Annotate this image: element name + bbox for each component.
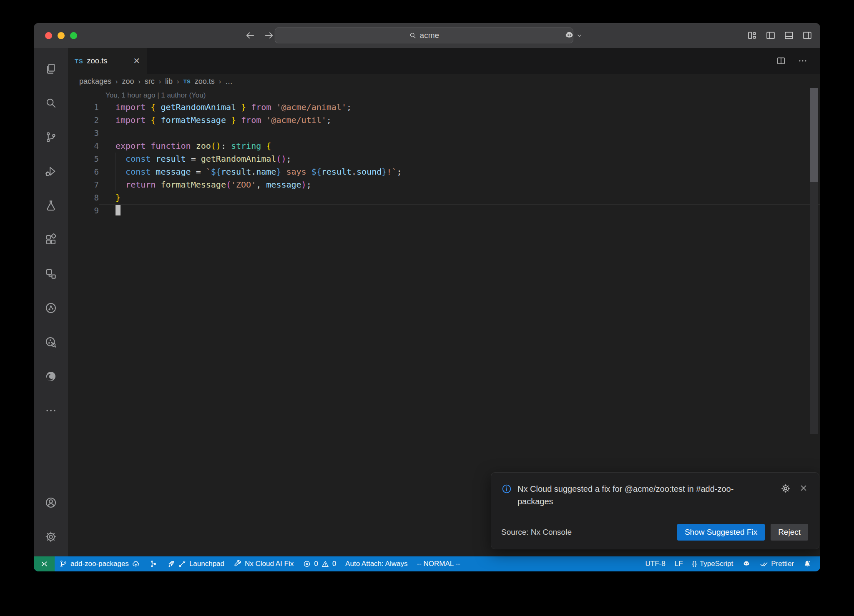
typescript-file-icon: TS	[75, 58, 83, 65]
notification-source: Source: Nx Console	[501, 528, 572, 537]
status-bar-item-problems[interactable]: 00	[298, 556, 341, 571]
code-line-4[interactable]: 4export function zoo(): string {	[68, 140, 820, 153]
code-line-8[interactable]: 8}	[68, 191, 820, 204]
scrollbar-thumb[interactable]	[810, 88, 818, 182]
navigate-back-icon[interactable]	[244, 30, 256, 41]
tab-zoo-ts[interactable]: TS zoo.ts ✕	[68, 48, 147, 74]
status-bar-item-eol[interactable]: LF	[670, 556, 688, 571]
typescript-file-icon: TS	[183, 78, 190, 85]
breadcrumb-item[interactable]: zoo	[122, 77, 134, 86]
auto-attach-label: Auto Attach: Always	[345, 560, 407, 568]
activity-bar-item-nx-cloud[interactable]	[34, 325, 68, 359]
reject-button[interactable]: Reject	[771, 524, 808, 541]
notification-close-icon[interactable]	[799, 483, 808, 493]
code-line-3[interactable]: 3	[68, 127, 820, 140]
git-branch-label: add-zoo-packages	[70, 560, 129, 568]
layout-customize-icon[interactable]	[747, 30, 758, 41]
status-bar: add-zoo-packagesLaunchpadNx Cloud AI Fix…	[34, 556, 820, 571]
code-line-7[interactable]: 7 return formatMessage('ZOO', message);	[68, 178, 820, 191]
line-number: 8	[68, 191, 99, 204]
code-text: export function zoo(): string {	[99, 140, 820, 153]
activity-bar-item-search[interactable]	[34, 86, 68, 120]
activity-bar-item-edge[interactable]	[34, 359, 68, 393]
command-center-search[interactable]: acme	[275, 28, 573, 43]
more-horizontal-icon[interactable]	[798, 56, 808, 66]
activity-bar-item-remote-explorer[interactable]	[34, 257, 68, 291]
wrench-icon	[234, 560, 242, 568]
line-number: 7	[68, 178, 99, 191]
code-editor[interactable]: 1import { getRandomAnimal } from '@acme/…	[68, 101, 820, 217]
remote-icon	[40, 560, 48, 568]
activity-bar-item-settings-gear[interactable]	[34, 520, 68, 554]
code-line-2[interactable]: 2import { formatMessage } from '@acme/ut…	[68, 114, 820, 127]
line-number: 5	[68, 153, 99, 165]
breadcrumb-item[interactable]: lib	[165, 77, 173, 86]
breadcrumb-separator: ›	[138, 78, 140, 85]
status-bar-item-auto-attach[interactable]: Auto Attach: Always	[341, 556, 412, 571]
code-text: import { formatMessage } from '@acme/uti…	[99, 114, 820, 127]
tab-close-icon[interactable]: ✕	[133, 56, 140, 66]
line-number: 6	[68, 165, 99, 178]
status-bar-item-copilot-status[interactable]	[738, 556, 755, 571]
tab-bar: TS zoo.ts ✕	[68, 48, 820, 74]
code-line-5[interactable]: 5 const result = getRandomAnimal();	[68, 153, 820, 165]
status-bar-item-launchpad[interactable]: Launchpad	[162, 556, 229, 571]
activity-bar-item-more-horizontal[interactable]	[34, 393, 68, 428]
copilot-icon[interactable]	[564, 30, 575, 41]
source-control-icon	[45, 131, 57, 143]
breadcrumb: packages›zoo›src›lib›TSzoo.ts›…	[68, 74, 820, 89]
warning-triangle-icon	[321, 560, 329, 568]
activity-bar	[34, 48, 68, 556]
status-bar-item-formatter[interactable]: Prettier	[755, 556, 799, 571]
status-bar-item-remote-indicator[interactable]	[34, 556, 55, 571]
status-bar-item-notifications-bell[interactable]	[799, 556, 816, 571]
close-window-button[interactable]	[45, 32, 52, 39]
nx-cloud-fix-label: Nx Cloud AI Fix	[245, 560, 294, 568]
code-line-1[interactable]: 1import { getRandomAnimal } from '@acme/…	[68, 101, 820, 114]
activity-bar-item-run-debug[interactable]	[34, 154, 68, 188]
navigate-forward-icon[interactable]	[263, 30, 275, 41]
chevron-down-icon[interactable]	[576, 33, 583, 39]
breadcrumb-item[interactable]: packages	[79, 77, 111, 86]
show-suggested-fix-button[interactable]: Show Suggested Fix	[677, 524, 765, 541]
error-circle-icon	[303, 560, 311, 568]
copilot-icon	[742, 560, 751, 568]
status-bar-item-git-graph[interactable]	[145, 556, 162, 571]
status-bar-item-encoding[interactable]: UTF-8	[641, 556, 670, 571]
eol-label: LF	[675, 560, 683, 568]
line-number: 1	[68, 101, 99, 114]
code-line-6[interactable]: 6 const message = `${result.name} says $…	[68, 165, 820, 178]
nx-console-icon	[45, 302, 57, 314]
activity-bar-item-explorer[interactable]	[34, 52, 68, 86]
zoom-window-button[interactable]	[70, 32, 77, 39]
status-bar-item-nx-cloud-fix[interactable]: Nx Cloud AI Fix	[229, 556, 298, 571]
code-text: import { getRandomAnimal } from '@acme/a…	[99, 101, 820, 114]
activity-bar-item-source-control[interactable]	[34, 120, 68, 154]
breadcrumb-item[interactable]: src	[145, 77, 155, 86]
activity-bar-item-nx-console[interactable]	[34, 291, 68, 325]
edge-icon	[45, 370, 57, 383]
code-text: const result = getRandomAnimal();	[99, 153, 820, 165]
notification-gear-icon[interactable]	[781, 483, 791, 493]
settings-gear-icon	[45, 531, 57, 543]
layout-sidebar-right-icon[interactable]	[802, 30, 813, 41]
editor-scrollbar[interactable]	[810, 88, 818, 434]
code-text: }	[99, 191, 820, 204]
breadcrumb-item[interactable]: …	[225, 77, 233, 86]
account-icon	[45, 496, 57, 509]
layout-panel-icon[interactable]	[784, 30, 794, 41]
breadcrumb-item[interactable]: zoo.ts	[195, 77, 215, 86]
minimize-window-button[interactable]	[58, 32, 65, 39]
split-editor-icon[interactable]	[776, 56, 786, 66]
status-bar-item-vim-mode[interactable]: -- NORMAL --	[412, 556, 465, 571]
activity-bar-item-testing[interactable]	[34, 188, 68, 223]
status-bar-item-language-mode[interactable]: {}TypeScript	[688, 556, 738, 571]
activity-bar-item-account[interactable]	[34, 486, 68, 520]
activity-bar-item-extensions[interactable]	[34, 223, 68, 257]
encoding-label: UTF-8	[646, 560, 666, 568]
status-bar-item-git-branch[interactable]: add-zoo-packages	[55, 556, 145, 571]
problems-label: 0	[314, 560, 318, 568]
bell-dot-icon	[803, 560, 811, 568]
code-line-9[interactable]: 9	[68, 204, 820, 217]
layout-sidebar-left-icon[interactable]	[765, 30, 776, 41]
